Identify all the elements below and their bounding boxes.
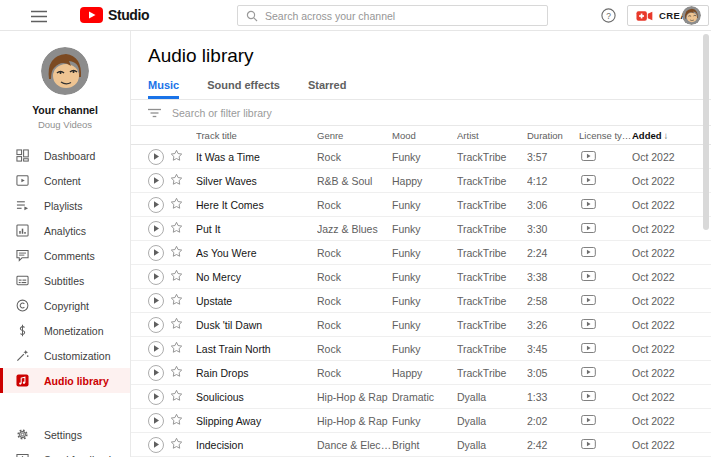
play-button[interactable] xyxy=(148,149,164,165)
column-added-sorted[interactable]: Added↓ xyxy=(632,130,702,141)
license-type-icon[interactable] xyxy=(581,391,596,401)
search-input[interactable] xyxy=(265,10,539,22)
track-title[interactable]: Rain Drops xyxy=(196,367,317,379)
license-type-icon[interactable] xyxy=(581,319,596,329)
play-button[interactable] xyxy=(148,317,164,333)
sidebar-item-dashboard[interactable]: Dashboard xyxy=(0,143,130,168)
play-button[interactable] xyxy=(148,173,164,189)
help-icon[interactable]: ? xyxy=(601,8,616,23)
track-mood: Funky xyxy=(392,271,457,283)
track-title[interactable]: Soulicious xyxy=(196,391,317,403)
audio-library-icon xyxy=(15,374,29,388)
track-title[interactable]: Dusk 'til Dawn xyxy=(196,319,317,331)
sidebar-item-playlists[interactable]: Playlists xyxy=(0,193,130,218)
license-type-icon[interactable] xyxy=(581,199,596,209)
track-duration: 3:30 xyxy=(527,223,579,235)
track-title[interactable]: Here It Comes xyxy=(196,199,317,211)
channel-search[interactable] xyxy=(237,5,548,26)
play-button[interactable] xyxy=(148,245,164,261)
track-title[interactable]: Put It xyxy=(196,223,317,235)
play-button[interactable] xyxy=(148,197,164,213)
sidebar-item-customization[interactable]: Customization xyxy=(0,343,130,368)
license-type-icon[interactable] xyxy=(581,415,596,425)
track-genre: Rock xyxy=(317,367,392,379)
column-track-title[interactable]: Track title xyxy=(196,130,317,141)
vertical-scrollbar[interactable] xyxy=(703,34,709,230)
table-row: Silver Waves R&B & Soul Happy TrackTribe… xyxy=(131,169,711,193)
sidebar-item-send-feedback[interactable]: Send feedback xyxy=(0,447,130,457)
sidebar-item-monetization[interactable]: Monetization xyxy=(0,318,130,343)
play-button[interactable] xyxy=(148,365,164,381)
column-genre[interactable]: Genre xyxy=(317,130,392,141)
license-type-icon[interactable] xyxy=(581,247,596,257)
license-type-icon[interactable] xyxy=(581,151,596,161)
track-added: Oct 2022 xyxy=(632,223,702,235)
track-title[interactable]: No Mercy xyxy=(196,271,317,283)
track-title[interactable]: Silver Waves xyxy=(196,175,317,187)
comments-icon xyxy=(15,249,29,263)
track-title[interactable]: Indecision xyxy=(196,439,317,451)
star-icon[interactable] xyxy=(170,269,183,282)
tab-starred[interactable]: Starred xyxy=(308,75,347,99)
track-list: It Was a Time Rock Funky TrackTribe 3:57… xyxy=(131,145,711,457)
track-title[interactable]: It Was a Time xyxy=(196,151,317,163)
sidebar-item-analytics[interactable]: Analytics xyxy=(0,218,130,243)
play-button[interactable] xyxy=(148,293,164,309)
star-icon[interactable] xyxy=(170,341,183,354)
play-button[interactable] xyxy=(148,221,164,237)
channel-section: Your channel Doug Videos xyxy=(0,31,130,130)
sidebar-item-comments[interactable]: Comments xyxy=(0,243,130,268)
star-icon[interactable] xyxy=(170,317,183,330)
track-title[interactable]: Slipping Away xyxy=(196,415,317,427)
play-button[interactable] xyxy=(148,413,164,429)
tab-music[interactable]: Music xyxy=(148,75,179,99)
column-license-type[interactable]: License type xyxy=(579,130,632,141)
track-title[interactable]: Last Train North xyxy=(196,343,317,355)
youtube-studio-logo[interactable]: Studio xyxy=(80,7,149,23)
license-type-icon[interactable] xyxy=(581,439,596,449)
track-added: Oct 2022 xyxy=(632,247,702,259)
play-button[interactable] xyxy=(148,389,164,405)
track-mood: Dramatic xyxy=(392,391,457,403)
license-type-icon[interactable] xyxy=(581,271,596,281)
license-type-icon[interactable] xyxy=(581,223,596,233)
star-icon[interactable] xyxy=(170,437,183,450)
star-icon[interactable] xyxy=(170,173,183,186)
play-button[interactable] xyxy=(148,269,164,285)
play-button[interactable] xyxy=(148,341,164,357)
table-row: As You Were Rock Funky TrackTribe 2:24 O… xyxy=(131,241,711,265)
track-duration: 3:05 xyxy=(527,367,579,379)
track-added: Oct 2022 xyxy=(632,415,702,427)
star-icon[interactable] xyxy=(170,149,183,162)
star-icon[interactable] xyxy=(170,221,183,234)
star-icon[interactable] xyxy=(170,293,183,306)
star-icon[interactable] xyxy=(170,413,183,426)
track-added: Oct 2022 xyxy=(632,175,702,187)
track-title[interactable]: As You Were xyxy=(196,247,317,259)
channel-avatar[interactable] xyxy=(41,47,89,95)
tab-sound-effects[interactable]: Sound effects xyxy=(207,75,280,99)
star-icon[interactable] xyxy=(170,197,183,210)
license-type-icon[interactable] xyxy=(581,175,596,185)
license-type-icon[interactable] xyxy=(581,295,596,305)
sidebar-item-content[interactable]: Content xyxy=(0,168,130,193)
star-icon[interactable] xyxy=(170,389,183,402)
track-genre: R&B & Soul xyxy=(317,175,392,187)
sidebar-item-copyright[interactable]: Copyright xyxy=(0,293,130,318)
column-duration[interactable]: Duration xyxy=(527,130,579,141)
column-artist[interactable]: Artist xyxy=(457,130,527,141)
column-mood[interactable]: Mood xyxy=(392,130,457,141)
license-type-icon[interactable] xyxy=(581,367,596,377)
star-icon[interactable] xyxy=(170,365,183,378)
sidebar-item-audio-library[interactable]: Audio library xyxy=(0,368,130,393)
library-filter-bar[interactable]: Search or filter library xyxy=(131,100,711,126)
sidebar-item-settings[interactable]: Settings xyxy=(0,422,130,447)
license-type-icon[interactable] xyxy=(581,343,596,353)
play-button[interactable] xyxy=(148,437,164,453)
menu-icon[interactable] xyxy=(31,9,47,22)
track-title[interactable]: Upstate xyxy=(196,295,317,307)
star-icon[interactable] xyxy=(170,245,183,258)
account-avatar[interactable] xyxy=(682,6,701,25)
track-duration: 4:12 xyxy=(527,175,579,187)
sidebar-item-subtitles[interactable]: Subtitles xyxy=(0,268,130,293)
